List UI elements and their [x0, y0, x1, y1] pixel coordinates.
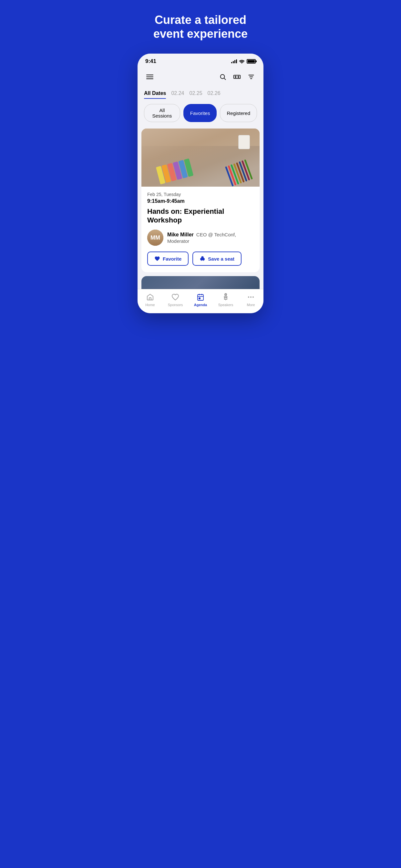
nav-more-label: More — [247, 303, 255, 307]
battery-icon — [247, 59, 256, 64]
wifi-icon — [239, 59, 245, 64]
speaker-row: MM Mike Miller CEO @ TechConf, Moderator — [147, 229, 254, 246]
sponsors-icon — [171, 292, 180, 302]
save-seat-label: Save a seat — [208, 256, 235, 261]
phone-frame: 9:41 — [137, 54, 264, 313]
save-seat-button[interactable]: Save a seat — [192, 252, 242, 266]
svg-point-5 — [235, 76, 236, 78]
nav-sponsors-label: Sponsors — [168, 303, 183, 307]
next-card-preview — [142, 276, 259, 289]
svg-rect-14 — [197, 294, 204, 300]
action-buttons: Favorite Save a seat — [147, 252, 254, 267]
nav-home-label: Home — [145, 303, 155, 307]
nav-speakers-label: Speakers — [218, 303, 233, 307]
speakers-icon — [221, 292, 230, 302]
next-card-image-preview — [142, 276, 259, 289]
svg-point-25 — [250, 297, 251, 298]
nav-sponsors[interactable]: Sponsors — [166, 292, 185, 307]
speaker-name: Mike Miller — [167, 232, 194, 238]
agenda-icon — [196, 292, 205, 302]
status-time: 9:41 — [145, 58, 156, 65]
session-filters: All Sessions Favorites Registered — [137, 104, 264, 128]
tab-date-0224[interactable]: 02.24 — [171, 88, 189, 99]
svg-point-0 — [220, 74, 225, 79]
more-icon — [246, 292, 255, 302]
speaker-title: Moderator — [167, 238, 236, 244]
speaker-avatar: MM — [147, 229, 163, 246]
nav-agenda-label: Agenda — [194, 303, 207, 307]
ticket-button[interactable] — [231, 71, 243, 83]
svg-rect-2 — [234, 75, 241, 79]
tab-all-dates[interactable]: All Dates — [144, 88, 171, 99]
svg-rect-13 — [149, 298, 151, 300]
filter-button[interactable] — [245, 71, 257, 83]
hero-title: Curate a tailored event experience — [134, 13, 267, 54]
session-time: 9:15am-9:45am — [147, 198, 254, 204]
svg-point-24 — [248, 297, 249, 298]
session-title: Hands on: Experiential Workshop — [147, 207, 254, 224]
content-area: All Dates 02.24 02.25 02.26 All Sessions… — [137, 88, 264, 289]
session-info: Feb 25, Tuesday 9:15am-9:45am Hands on: … — [142, 187, 259, 272]
search-button[interactable] — [217, 71, 228, 83]
nav-more[interactable]: More — [241, 292, 260, 307]
bottom-nav: Home Sponsors — [137, 289, 264, 313]
svg-point-6 — [238, 76, 239, 78]
favorite-button[interactable]: Favorite — [147, 252, 189, 266]
tab-date-0226[interactable]: 02.26 — [208, 88, 226, 99]
nav-icons-right — [217, 71, 257, 83]
status-icons — [231, 59, 256, 64]
session-date: Feb 25, Tuesday — [147, 192, 254, 197]
nav-agenda[interactable]: Agenda — [191, 292, 210, 307]
avatar-initials: MM — [150, 235, 160, 241]
all-sessions-filter[interactable]: All Sessions — [144, 104, 180, 122]
nav-speakers[interactable]: Speakers — [216, 292, 235, 307]
menu-button[interactable] — [144, 71, 156, 83]
svg-line-1 — [224, 79, 226, 80]
session-image — [142, 128, 259, 187]
session-card: Feb 25, Tuesday 9:15am-9:45am Hands on: … — [142, 128, 259, 272]
home-icon — [146, 292, 155, 302]
signal-icon — [231, 59, 237, 63]
heart-icon — [154, 256, 160, 261]
registered-filter[interactable]: Registered — [220, 104, 257, 122]
favorite-label: Favorite — [163, 256, 181, 261]
date-tabs: All Dates 02.24 02.25 02.26 — [137, 88, 264, 104]
speaker-info: Mike Miller CEO @ TechConf, Moderator — [167, 232, 236, 244]
svg-rect-10 — [201, 258, 204, 260]
svg-rect-18 — [199, 298, 200, 299]
top-nav — [137, 67, 264, 88]
seat-icon — [199, 256, 205, 261]
favorites-filter[interactable]: Favorites — [183, 104, 217, 122]
speaker-role: CEO @ TechConf, — [196, 232, 236, 237]
nav-home[interactable]: Home — [141, 292, 160, 307]
status-bar: 9:41 — [137, 54, 264, 67]
tab-date-0225[interactable]: 02.25 — [189, 88, 208, 99]
svg-point-26 — [252, 297, 254, 298]
